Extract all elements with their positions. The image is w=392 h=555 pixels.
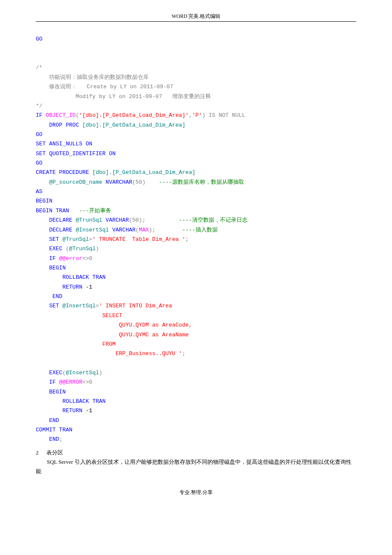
indent: [36, 436, 49, 442]
keyword-commit: COMMIT: [36, 427, 56, 433]
keyword-if: IF: [49, 379, 59, 385]
indent: [36, 246, 49, 252]
type-varchar: VARCHAR: [112, 227, 135, 233]
str: QUYU.QYDM as AreaCode,: [36, 322, 192, 328]
paren: (50): [132, 179, 159, 185]
keyword-if: IF: [36, 112, 43, 119]
comment: ---开始事务: [79, 208, 111, 214]
indent: [36, 255, 49, 262]
indent: [36, 389, 49, 395]
keyword-set: SET: [36, 150, 46, 157]
str: SELECT: [36, 312, 122, 319]
keyword-return: RETURN: [62, 408, 86, 414]
keyword-proc: PROC: [62, 122, 82, 128]
str: FROM: [36, 341, 115, 347]
keyword-as: AS: [36, 188, 43, 195]
keyword-on: ON: [109, 150, 116, 157]
paren: (50);: [129, 217, 179, 223]
keyword-set: SET: [49, 236, 62, 243]
keyword-drop: DROP: [36, 122, 62, 128]
indent: [36, 274, 62, 280]
type-varchar: VARCHAR: [106, 217, 129, 223]
keyword-rollback: ROLLBACK: [62, 398, 89, 405]
body-paragraph: SQL Server 引入的表分区技术，让用户能够把数据分散存放到不同的物理磁盘…: [36, 457, 356, 476]
keyword-declare: DECLARE: [49, 217, 75, 223]
paren: );: [149, 227, 182, 233]
keyword-return: RETURN: [62, 284, 86, 290]
str: 'P': [192, 112, 202, 119]
keyword-go: GO: [36, 160, 43, 166]
quoted-ident: QUOTED_IDENTIFIER: [46, 150, 109, 157]
var: @TrunSql: [69, 246, 95, 252]
type-nvarchar: NVARCHAR: [106, 179, 132, 185]
comment-line: 修改说明： Create by LY on 2011-09-07: [36, 84, 173, 90]
keyword-begin: BEGIN: [36, 208, 52, 214]
comment: ----清空数据，不记录日志: [179, 217, 248, 223]
code-block: GO /* 功能说明：抽取业务库的数据到数据仓库 修改说明： Create by…: [36, 25, 356, 445]
keyword-rollback: ROLLBACK: [62, 274, 89, 280]
keyword-tran: TRAN: [52, 208, 79, 214]
num: -1: [86, 284, 92, 290]
page-header: WORD 完美.格式编辑: [36, 13, 356, 22]
keyword-exec: EXEC: [49, 370, 62, 376]
indent: [36, 227, 49, 233]
indent: [36, 303, 49, 309]
keyword-end: END: [49, 436, 59, 442]
keyword-tran: TRAN: [89, 398, 106, 405]
comment: ----源数据库名称，数据从哪抽取: [159, 179, 244, 185]
indent: [36, 293, 52, 300]
comment-line: 功能说明：抽取业务库的数据到数据仓库: [36, 74, 149, 81]
section-title: 表分区: [46, 449, 63, 456]
str: ' INSERT INTO Dim_Area: [99, 303, 172, 309]
var: @InsertSql: [76, 227, 112, 233]
keyword-procedure: PROCEDURE: [56, 169, 92, 176]
str: QUYU.QYMC as AreaName: [36, 332, 189, 338]
keyword-declare: DECLARE: [49, 227, 75, 233]
eq: =: [89, 236, 92, 243]
indent: [36, 370, 49, 376]
err: @@error: [59, 255, 83, 262]
var: @TrunSql: [62, 236, 89, 243]
keyword-begin: BEGIN: [49, 389, 66, 395]
ansi-nulls: ANSI_NULLS: [46, 141, 86, 147]
indent: [36, 398, 62, 405]
comma: ,: [189, 112, 192, 119]
isnotnull: IS NOT NULL: [205, 112, 245, 119]
comment-line: Modify by LY on 2011-09-07 增加变量的注释: [36, 93, 211, 100]
comment-close: */: [36, 103, 43, 109]
indent: [36, 417, 49, 424]
semi: ;: [185, 236, 189, 243]
var: @InsertSql: [66, 370, 99, 376]
indent: [36, 236, 49, 243]
section-heading: 2表分区: [36, 448, 356, 457]
fn-objectid: OBJECT_ID: [46, 112, 75, 119]
keyword-if: IF: [49, 255, 59, 262]
paren: (: [66, 246, 69, 252]
page-footer: 专业.整理.分享: [36, 476, 356, 496]
num: -1: [86, 408, 92, 414]
semi: ;: [59, 436, 63, 442]
paren: (: [135, 227, 139, 233]
keyword-set: SET: [36, 141, 46, 147]
semi: ;: [182, 350, 185, 357]
paren: ): [95, 246, 99, 252]
ne: <>0: [82, 379, 92, 385]
keyword-set: SET: [49, 303, 62, 309]
indent: [36, 179, 49, 185]
indent: [36, 284, 62, 290]
err: @@ERROR: [59, 379, 83, 385]
page: WORD 完美.格式编辑 GO /* 功能说明：抽取业务库的数据到数据仓库 修改…: [0, 0, 392, 509]
var: @TrunSql: [76, 217, 106, 223]
keyword-tran: TRAN: [89, 274, 106, 280]
max: MAX: [139, 227, 149, 233]
keyword-begin: BEGIN: [36, 198, 52, 204]
keyword-create: CREATE: [36, 169, 56, 176]
indent: [36, 217, 49, 223]
paren: ): [202, 112, 205, 119]
indent: [36, 408, 62, 414]
ne: <>0: [82, 255, 92, 262]
keyword-begin: BEGIN: [49, 265, 66, 271]
proc-name: [dbo].[P_GetData_Load_Dim_Area]: [82, 122, 185, 128]
keyword-end: END: [49, 417, 59, 424]
keyword-tran: TRAN: [56, 427, 72, 433]
